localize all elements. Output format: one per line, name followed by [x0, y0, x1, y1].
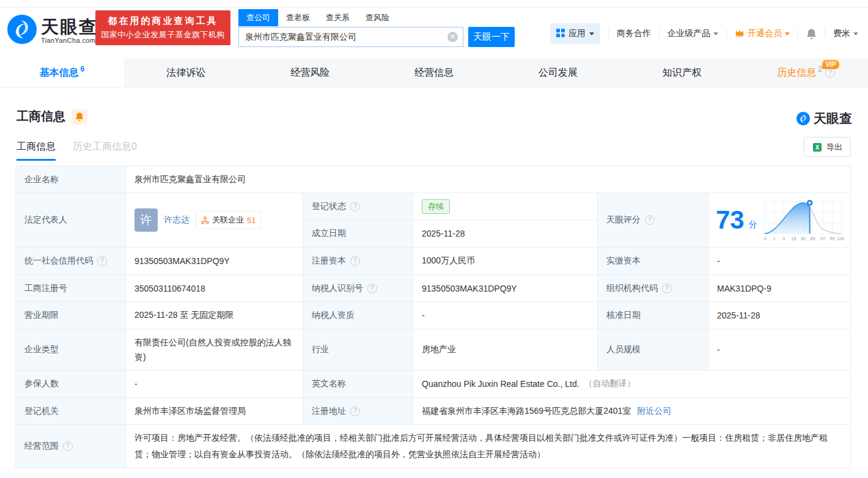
user-menu[interactable]: 费米 [833, 28, 858, 39]
clear-search-icon[interactable]: ✕ [447, 32, 458, 42]
apps-caret-icon [589, 32, 594, 35]
export-button[interactable]: X 导出 [804, 137, 851, 157]
user-caret-icon [853, 32, 858, 35]
legal-rep-avatar[interactable]: 许 [134, 208, 158, 232]
field-label-industry: 行业 [303, 329, 413, 370]
search-row: ✕ 天眼一下 [238, 27, 515, 47]
field-label-credit-code: 统一社会信用代码 ? [16, 248, 126, 275]
tab-history-info[interactable]: VIP 历史信息 2 ? [744, 58, 868, 87]
help-icon[interactable]: ? [367, 284, 377, 293]
field-label-company-type: 企业类型 [16, 329, 126, 370]
help-icon[interactable]: ? [662, 284, 672, 293]
field-value-score: 73 分 [708, 193, 851, 248]
search-tab-risk[interactable]: 查风险 [358, 9, 397, 26]
tab-legal-proceedings[interactable]: 法律诉讼 [124, 58, 248, 87]
business-info-subtabs: 工商信息 历史工商信息0 [17, 141, 137, 153]
company-section-tabs: 基本信息 6 法律诉讼 经营风险 经营信息 公司发展 知识产权 VIP 历史信息… [0, 58, 868, 88]
excel-icon: X [812, 142, 822, 152]
field-label-org-code: 组织机构代码 ? [598, 275, 708, 302]
field-label-business-term: 营业期限 [16, 302, 126, 329]
monitor-bell-button[interactable] [72, 109, 87, 125]
tab-label: 历史信息 [777, 67, 816, 79]
field-value-reg-status: 存续 [413, 193, 598, 220]
tab-company-development[interactable]: 公司发展 [496, 58, 620, 87]
field-value-insured-count: - [126, 370, 303, 398]
field-label-reg-address: 注册地址 ? [303, 398, 413, 425]
subtab-business-info[interactable]: 工商信息 [17, 141, 56, 153]
field-label-reg-authority: 登记机关 [16, 398, 126, 425]
field-label-taxpayer-quality: 纳税人资质 [303, 302, 413, 329]
tab-intellectual-property[interactable]: 知识产权 [620, 58, 744, 87]
field-value-taxpayer-quality: - [413, 302, 598, 329]
tab-basic-info[interactable]: 基本信息 6 [0, 58, 124, 87]
help-icon[interactable]: ? [825, 68, 835, 78]
vip-badge: VIP [822, 60, 839, 69]
nav-divider [825, 29, 825, 38]
brand-domain: TianYanCha.com [41, 37, 98, 44]
tab-count: 2 [818, 65, 822, 73]
search-tab-boss[interactable]: 查老板 [278, 9, 318, 26]
help-icon[interactable]: ? [63, 441, 73, 451]
promo-line2: 国家中小企业发展子基金旗下机构 [101, 29, 225, 40]
apps-menu[interactable]: 应用 [550, 23, 600, 44]
search-tab-company[interactable]: 查公司 [238, 9, 278, 26]
field-value-english-name: Quanzhou Pik Juxin Real Estate Co., Ltd.… [413, 370, 851, 398]
field-value-staff-size: - [708, 329, 851, 370]
field-label-reg-number: 工商注册号 [16, 275, 126, 302]
nav-open-vip[interactable]: 开通会员 [735, 28, 790, 39]
svg-text:15: 15 [791, 236, 796, 241]
tab-count: 6 [81, 65, 85, 73]
nav-business-cooperation[interactable]: 商务合作 [617, 28, 651, 39]
legal-rep-name-link[interactable]: 许志达 [164, 215, 189, 226]
promo-line1: 都在用的商业查询工具 [108, 15, 218, 27]
watermark-logo: 天眼查 [796, 110, 852, 127]
nearby-companies-link[interactable]: 附近公司 [637, 406, 671, 417]
label-text: 注册资本 [312, 256, 346, 267]
label-text: 纳税人识别号 [312, 283, 363, 294]
nav-enterprise-products[interactable]: 企业级产品 [668, 28, 718, 39]
svg-text:3: 3 [782, 236, 785, 241]
address-text: 福建省泉州市丰泽区丰海路1569号匹克总部大厦2401室 [422, 406, 631, 417]
related-companies-badge[interactable]: 关联企业 51 [196, 211, 261, 229]
field-value-reg-capital: 1000万人民币 [413, 248, 598, 275]
help-icon[interactable]: ? [645, 215, 655, 225]
top-divider [0, 7, 868, 8]
auto-translate-note: （自动翻译） [584, 378, 636, 389]
label-text: 统一社会信用代码 [24, 256, 93, 267]
score-marker-pin-center [808, 202, 811, 204]
field-value-company-type: 有限责任公司(自然人投资或控股的法人独资) [126, 329, 303, 370]
svg-text:50: 50 [801, 236, 806, 241]
tianyancha-logo[interactable]: 天眼查 TianYanCha.com [7, 15, 98, 46]
field-value-reg-authority: 泉州市丰泽区市场监督管理局 [126, 398, 303, 425]
export-label: 导出 [826, 142, 842, 153]
field-label-paid-capital: 实缴资本 [598, 248, 708, 275]
help-icon[interactable]: ? [350, 202, 360, 211]
search-input[interactable] [238, 27, 463, 47]
help-icon[interactable]: ? [97, 256, 107, 266]
tab-operating-info[interactable]: 经营信息 [372, 58, 496, 87]
label-text: 注册地址 [312, 406, 346, 417]
svg-text:X: X [815, 144, 820, 151]
field-label-taxpayer-id: 纳税人识别号 ? [303, 275, 413, 302]
watermark-logo-icon [796, 112, 810, 125]
help-icon[interactable]: ? [350, 406, 360, 416]
subtab-history-business-info[interactable]: 历史工商信息0 [73, 141, 137, 153]
search-submit-button[interactable]: 天眼一下 [468, 27, 515, 47]
notification-bell-button[interactable] [806, 28, 817, 40]
tab-label: 经营风险 [290, 67, 329, 79]
label-text: 天眼评分 [606, 215, 641, 226]
field-value-reg-number: 350503110674018 [126, 275, 303, 302]
business-info-table: 企业名称 泉州市匹克聚鑫置业有限公司 法定代表人 许 许志达 关联企业 51 登… [15, 166, 851, 468]
tab-operating-risk[interactable]: 经营风险 [248, 58, 372, 87]
field-label-staff-size: 人员规模 [598, 329, 708, 370]
orange-bell-icon [75, 112, 84, 122]
svg-text:100: 100 [837, 236, 844, 241]
help-icon[interactable]: ? [350, 256, 360, 266]
field-label-score: 天眼评分 ? [598, 193, 708, 248]
field-value-business-term: 2025-11-28 至 无固定期限 [126, 302, 303, 329]
nav-divider [608, 29, 609, 38]
field-value-paid-capital: - [708, 248, 851, 275]
search-tab-relation[interactable]: 查关系 [318, 9, 358, 26]
tianyancha-company-page: 天眼查 TianYanCha.com 都在用的商业查询工具 国家中小企业发展子基… [0, 0, 868, 478]
label-text: 经营范围 [24, 441, 59, 452]
